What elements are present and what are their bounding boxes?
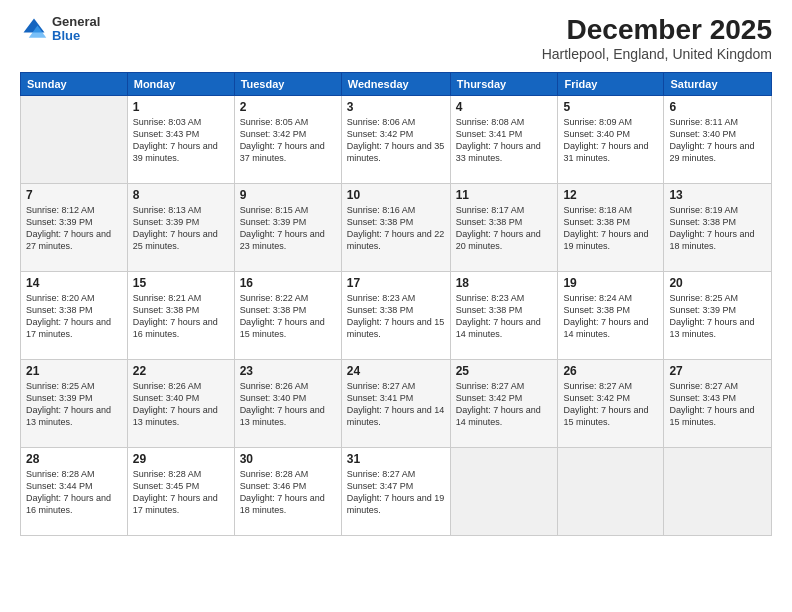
day-info: Sunrise: 8:17 AM Sunset: 3:38 PM Dayligh… — [456, 204, 553, 253]
day-info: Sunrise: 8:25 AM Sunset: 3:39 PM Dayligh… — [26, 380, 122, 429]
day-info: Sunrise: 8:09 AM Sunset: 3:40 PM Dayligh… — [563, 116, 658, 165]
day-info: Sunrise: 8:20 AM Sunset: 3:38 PM Dayligh… — [26, 292, 122, 341]
day-cell: 10Sunrise: 8:16 AM Sunset: 3:38 PM Dayli… — [341, 183, 450, 271]
day-number: 27 — [669, 364, 766, 378]
day-cell: 23Sunrise: 8:26 AM Sunset: 3:40 PM Dayli… — [234, 359, 341, 447]
day-cell: 18Sunrise: 8:23 AM Sunset: 3:38 PM Dayli… — [450, 271, 558, 359]
day-info: Sunrise: 8:27 AM Sunset: 3:42 PM Dayligh… — [563, 380, 658, 429]
day-number: 20 — [669, 276, 766, 290]
day-number: 4 — [456, 100, 553, 114]
day-info: Sunrise: 8:22 AM Sunset: 3:38 PM Dayligh… — [240, 292, 336, 341]
day-cell: 22Sunrise: 8:26 AM Sunset: 3:40 PM Dayli… — [127, 359, 234, 447]
day-cell: 13Sunrise: 8:19 AM Sunset: 3:38 PM Dayli… — [664, 183, 772, 271]
day-cell: 4Sunrise: 8:08 AM Sunset: 3:41 PM Daylig… — [450, 95, 558, 183]
col-wednesday: Wednesday — [341, 72, 450, 95]
day-number: 6 — [669, 100, 766, 114]
day-info: Sunrise: 8:18 AM Sunset: 3:38 PM Dayligh… — [563, 204, 658, 253]
day-cell: 1Sunrise: 8:03 AM Sunset: 3:43 PM Daylig… — [127, 95, 234, 183]
day-number: 7 — [26, 188, 122, 202]
day-info: Sunrise: 8:27 AM Sunset: 3:41 PM Dayligh… — [347, 380, 445, 429]
location: Hartlepool, England, United Kingdom — [542, 46, 772, 62]
calendar-header: Sunday Monday Tuesday Wednesday Thursday… — [21, 72, 772, 95]
day-number: 24 — [347, 364, 445, 378]
col-monday: Monday — [127, 72, 234, 95]
calendar: Sunday Monday Tuesday Wednesday Thursday… — [20, 72, 772, 536]
logo: General Blue — [20, 15, 100, 44]
calendar-body: 1Sunrise: 8:03 AM Sunset: 3:43 PM Daylig… — [21, 95, 772, 535]
logo-text: General Blue — [52, 15, 100, 44]
month-title: December 2025 — [542, 15, 772, 46]
day-cell: 11Sunrise: 8:17 AM Sunset: 3:38 PM Dayli… — [450, 183, 558, 271]
day-info: Sunrise: 8:28 AM Sunset: 3:46 PM Dayligh… — [240, 468, 336, 517]
day-cell: 5Sunrise: 8:09 AM Sunset: 3:40 PM Daylig… — [558, 95, 664, 183]
title-block: December 2025 Hartlepool, England, Unite… — [542, 15, 772, 62]
week-row-5: 28Sunrise: 8:28 AM Sunset: 3:44 PM Dayli… — [21, 447, 772, 535]
day-cell: 3Sunrise: 8:06 AM Sunset: 3:42 PM Daylig… — [341, 95, 450, 183]
day-number: 25 — [456, 364, 553, 378]
day-number: 9 — [240, 188, 336, 202]
day-info: Sunrise: 8:26 AM Sunset: 3:40 PM Dayligh… — [133, 380, 229, 429]
day-cell: 31Sunrise: 8:27 AM Sunset: 3:47 PM Dayli… — [341, 447, 450, 535]
day-number: 21 — [26, 364, 122, 378]
day-info: Sunrise: 8:27 AM Sunset: 3:42 PM Dayligh… — [456, 380, 553, 429]
day-number: 8 — [133, 188, 229, 202]
day-number: 23 — [240, 364, 336, 378]
day-number: 31 — [347, 452, 445, 466]
logo-blue: Blue — [52, 29, 100, 43]
day-info: Sunrise: 8:16 AM Sunset: 3:38 PM Dayligh… — [347, 204, 445, 253]
logo-general: General — [52, 15, 100, 29]
day-number: 22 — [133, 364, 229, 378]
day-cell: 21Sunrise: 8:25 AM Sunset: 3:39 PM Dayli… — [21, 359, 128, 447]
day-cell: 20Sunrise: 8:25 AM Sunset: 3:39 PM Dayli… — [664, 271, 772, 359]
week-row-4: 21Sunrise: 8:25 AM Sunset: 3:39 PM Dayli… — [21, 359, 772, 447]
day-number: 15 — [133, 276, 229, 290]
day-cell: 8Sunrise: 8:13 AM Sunset: 3:39 PM Daylig… — [127, 183, 234, 271]
day-number: 14 — [26, 276, 122, 290]
day-number: 13 — [669, 188, 766, 202]
day-info: Sunrise: 8:15 AM Sunset: 3:39 PM Dayligh… — [240, 204, 336, 253]
day-cell — [21, 95, 128, 183]
day-cell — [558, 447, 664, 535]
day-info: Sunrise: 8:26 AM Sunset: 3:40 PM Dayligh… — [240, 380, 336, 429]
day-info: Sunrise: 8:19 AM Sunset: 3:38 PM Dayligh… — [669, 204, 766, 253]
day-info: Sunrise: 8:23 AM Sunset: 3:38 PM Dayligh… — [347, 292, 445, 341]
week-row-1: 1Sunrise: 8:03 AM Sunset: 3:43 PM Daylig… — [21, 95, 772, 183]
day-number: 30 — [240, 452, 336, 466]
header: General Blue December 2025 Hartlepool, E… — [20, 15, 772, 62]
header-row: Sunday Monday Tuesday Wednesday Thursday… — [21, 72, 772, 95]
day-cell — [450, 447, 558, 535]
day-cell: 2Sunrise: 8:05 AM Sunset: 3:42 PM Daylig… — [234, 95, 341, 183]
day-cell: 6Sunrise: 8:11 AM Sunset: 3:40 PM Daylig… — [664, 95, 772, 183]
day-info: Sunrise: 8:23 AM Sunset: 3:38 PM Dayligh… — [456, 292, 553, 341]
day-cell: 30Sunrise: 8:28 AM Sunset: 3:46 PM Dayli… — [234, 447, 341, 535]
day-cell: 19Sunrise: 8:24 AM Sunset: 3:38 PM Dayli… — [558, 271, 664, 359]
day-info: Sunrise: 8:08 AM Sunset: 3:41 PM Dayligh… — [456, 116, 553, 165]
day-number: 17 — [347, 276, 445, 290]
day-number: 28 — [26, 452, 122, 466]
day-info: Sunrise: 8:06 AM Sunset: 3:42 PM Dayligh… — [347, 116, 445, 165]
page: General Blue December 2025 Hartlepool, E… — [0, 0, 792, 612]
day-info: Sunrise: 8:12 AM Sunset: 3:39 PM Dayligh… — [26, 204, 122, 253]
day-cell: 7Sunrise: 8:12 AM Sunset: 3:39 PM Daylig… — [21, 183, 128, 271]
day-number: 12 — [563, 188, 658, 202]
day-info: Sunrise: 8:05 AM Sunset: 3:42 PM Dayligh… — [240, 116, 336, 165]
day-info: Sunrise: 8:27 AM Sunset: 3:47 PM Dayligh… — [347, 468, 445, 517]
day-info: Sunrise: 8:25 AM Sunset: 3:39 PM Dayligh… — [669, 292, 766, 341]
day-info: Sunrise: 8:24 AM Sunset: 3:38 PM Dayligh… — [563, 292, 658, 341]
day-number: 1 — [133, 100, 229, 114]
day-info: Sunrise: 8:13 AM Sunset: 3:39 PM Dayligh… — [133, 204, 229, 253]
day-info: Sunrise: 8:21 AM Sunset: 3:38 PM Dayligh… — [133, 292, 229, 341]
day-cell: 26Sunrise: 8:27 AM Sunset: 3:42 PM Dayli… — [558, 359, 664, 447]
week-row-2: 7Sunrise: 8:12 AM Sunset: 3:39 PM Daylig… — [21, 183, 772, 271]
day-cell — [664, 447, 772, 535]
logo-icon — [20, 15, 48, 43]
day-number: 19 — [563, 276, 658, 290]
day-number: 5 — [563, 100, 658, 114]
day-number: 3 — [347, 100, 445, 114]
day-cell: 27Sunrise: 8:27 AM Sunset: 3:43 PM Dayli… — [664, 359, 772, 447]
col-thursday: Thursday — [450, 72, 558, 95]
day-info: Sunrise: 8:28 AM Sunset: 3:44 PM Dayligh… — [26, 468, 122, 517]
day-cell: 9Sunrise: 8:15 AM Sunset: 3:39 PM Daylig… — [234, 183, 341, 271]
day-cell: 25Sunrise: 8:27 AM Sunset: 3:42 PM Dayli… — [450, 359, 558, 447]
day-cell: 24Sunrise: 8:27 AM Sunset: 3:41 PM Dayli… — [341, 359, 450, 447]
